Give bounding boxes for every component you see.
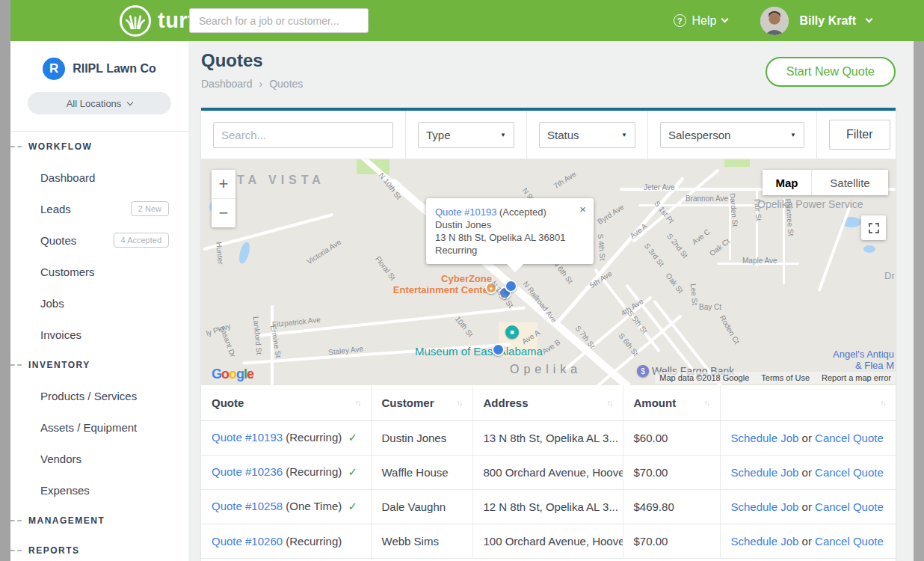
satellite-button[interactable]: Satellite — [812, 170, 888, 195]
schedule-job-link[interactable]: Schedule Job — [731, 432, 799, 444]
map-park — [724, 159, 750, 167]
address-cell: 13 N 8th St, Opelika AL 3... — [472, 420, 623, 455]
column-header-actions[interactable]: ↑↓ — [720, 385, 896, 420]
start-new-quote-button[interactable]: Start New Quote — [766, 57, 896, 87]
accepted-check-icon: ✓ — [345, 465, 357, 478]
poi-cyberzone: CyberZoneEntertainment Center — [393, 273, 492, 295]
report-error-link[interactable]: Report a map error — [822, 373, 891, 382]
map-button[interactable]: Map — [763, 170, 812, 195]
fullscreen-button[interactable] — [861, 215, 886, 240]
sidebar-item-customers[interactable]: Customers — [10, 256, 188, 287]
street-label: Brannon Ave — [686, 194, 728, 203]
zoom-in-button[interactable]: + — [212, 170, 235, 198]
salesperson-select[interactable]: Salesperson ▼ — [660, 122, 804, 148]
sidebar-item-quotes[interactable]: Quotes4 Accepted — [10, 224, 188, 256]
location-selector[interactable]: All Locations — [28, 92, 171, 114]
quote-type: (Recurring) — [286, 535, 342, 548]
quote-link[interactable]: Quote #10260 — [212, 535, 283, 548]
street-label: Jeter Ave — [644, 183, 675, 191]
column-header-label: Customer — [382, 396, 434, 409]
chevron-down-icon — [721, 16, 729, 23]
sidebar-item-label: Dashboard — [40, 171, 95, 184]
cancel-quote-link[interactable]: Cancel Quote — [815, 535, 884, 548]
filter-bar: Type ▼ Status ▼ Salesperson ▼ Filter — [201, 111, 896, 159]
amount-cell: $70.00 — [623, 455, 720, 489]
quote-marker[interactable] — [492, 343, 505, 356]
zoom-out-button[interactable]: − — [212, 199, 235, 227]
help-menu[interactable]: ? Help — [674, 14, 728, 28]
sidebar-section-management: MANAGEMENT — [10, 506, 188, 536]
map[interactable]: TA VISTA Opelika Opelika Power Service D… — [201, 159, 896, 385]
sidebar-item-label: Jobs — [40, 297, 64, 310]
status-select[interactable]: Status ▼ — [539, 122, 635, 148]
sidebar-item-jobs[interactable]: Jobs — [10, 287, 188, 319]
street-label: Oak Ct — [708, 237, 731, 258]
sidebar-section-inventory: INVENTORY — [10, 350, 188, 380]
info-quote-link[interactable]: Quote #10193 — [435, 206, 496, 218]
street-label: S 3rd St — [643, 242, 666, 268]
quote-link[interactable]: Quote #10193 — [212, 431, 283, 444]
user-avatar[interactable] — [760, 7, 789, 35]
company-logo: R — [43, 58, 65, 80]
breadcrumb-dashboard[interactable]: Dashboard — [201, 78, 253, 90]
type-select[interactable]: Type ▼ — [418, 122, 514, 148]
city-label: Opelika — [510, 363, 582, 376]
schedule-job-link[interactable]: Schedule Job — [731, 466, 799, 479]
sort-icon[interactable]: ↑↓ — [704, 398, 709, 407]
sidebar-nav: WORKFLOWDashboardLeads2 NewQuotes4 Accep… — [10, 132, 188, 561]
quote-link[interactable]: Quote #10258 — [212, 500, 283, 512]
sidebar-section-label: WORKFLOW — [28, 141, 92, 152]
sidebar-item-label: Expenses — [40, 484, 90, 497]
map-road — [625, 284, 697, 375]
quote-link[interactable]: Quote #10236 — [212, 465, 283, 478]
map-info-window: Quote #10193 (Accepted) Dustin Jones 13 … — [426, 198, 594, 264]
schedule-job-link[interactable]: Schedule Job — [731, 500, 799, 513]
sidebar-badge: 4 Accepted — [114, 233, 169, 248]
column-header-amount[interactable]: Amount↑↓ — [623, 385, 720, 420]
status-select-value: Status — [547, 129, 579, 141]
sidebar-item-leads[interactable]: Leads2 New — [10, 193, 188, 224]
chevron-down-icon[interactable] — [866, 16, 873, 23]
company-row: R RIIPL Lawn Co — [10, 58, 188, 80]
table-row: Quote #10260 (Recurring)Webb Sims100 Orc… — [201, 524, 896, 558]
scrollbar[interactable] — [914, 41, 924, 561]
column-header-customer[interactable]: Customer↑↓ — [371, 385, 472, 420]
sidebar-item-expenses[interactable]: Expenses — [10, 474, 188, 506]
terms-link[interactable]: Terms of Use — [761, 373, 810, 382]
sidebar-item-invoices[interactable]: Invoices — [10, 319, 188, 350]
schedule-job-link[interactable]: Schedule Job — [731, 535, 799, 548]
google-logo-letter: o — [221, 367, 229, 381]
help-icon: ? — [674, 14, 686, 27]
filter-button[interactable]: Filter — [829, 120, 890, 150]
close-icon[interactable]: × — [579, 204, 586, 214]
cancel-quote-link[interactable]: Cancel Quote — [815, 432, 884, 444]
turfhop-grass-icon — [120, 5, 151, 37]
global-search-input[interactable] — [189, 8, 369, 33]
sort-icon[interactable]: ↑↓ — [607, 398, 612, 407]
cancel-quote-link[interactable]: Cancel Quote — [815, 500, 884, 513]
sidebar-item-label: Assets / Equipment — [40, 421, 137, 434]
type-select-value: Type — [426, 129, 451, 141]
info-address: 13 N 8th St, Opelika AL 36801 — [435, 231, 585, 244]
cancel-quote-link[interactable]: Cancel Quote — [815, 466, 884, 479]
quote-marker[interactable] — [505, 280, 517, 292]
column-header-address[interactable]: Address↑↓ — [472, 385, 623, 420]
quote-cell: Quote #10193 (Recurring) ✓ — [201, 420, 371, 455]
customer-cell: Dale Vaughn — [371, 489, 472, 524]
sidebar-item-vendors[interactable]: Vendors — [10, 443, 188, 474]
sort-icon[interactable]: ↑↓ — [355, 398, 360, 407]
sidebar-item-dashboard[interactable]: Dashboard — [10, 162, 188, 193]
sidebar-item-products-services[interactable]: Products / Services — [10, 380, 188, 411]
quotes-search-input[interactable] — [213, 122, 393, 148]
sidebar-badge: 2 New — [131, 201, 169, 216]
sidebar-item-assets-equipment[interactable]: Assets / Equipment — [10, 411, 188, 443]
sort-icon[interactable]: ↑↓ — [457, 398, 462, 407]
map-water — [237, 241, 251, 265]
user-name[interactable]: Billy Kraft — [799, 14, 856, 28]
street-label: Byrd Ave — [596, 203, 625, 226]
google-logo-letter: o — [229, 367, 236, 381]
column-header-quote[interactable]: Quote↑↓ — [201, 385, 371, 420]
street-label: easant Dr — [218, 325, 237, 358]
sort-icon[interactable]: ↑↓ — [880, 398, 885, 407]
map-zoom-control: + − — [212, 170, 235, 227]
